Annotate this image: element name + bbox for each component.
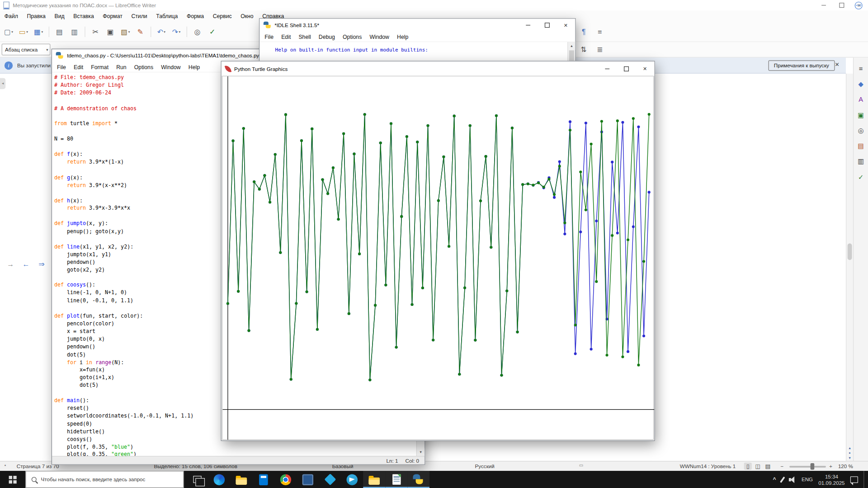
scroll-down-icon[interactable]: ▼ xyxy=(417,448,425,456)
language-indicator[interactable]: ENG xyxy=(802,476,813,482)
scrollbar-thumb[interactable] xyxy=(848,244,852,260)
taskbar-app-blue[interactable] xyxy=(297,471,319,488)
taskbar-python-idle[interactable] xyxy=(407,471,429,488)
minimize-button[interactable] xyxy=(815,0,832,10)
clone-formatting-icon[interactable]: ✎ xyxy=(133,25,147,39)
next-page-icon[interactable]: ▼ xyxy=(848,456,851,460)
help-globe-icon[interactable] xyxy=(855,2,863,9)
maximize-button[interactable] xyxy=(617,61,636,76)
menu-item-5[interactable]: Window xyxy=(366,33,393,39)
menu-item-1[interactable]: Edit xyxy=(278,33,295,39)
next-page-icon[interactable]: ⇒ xyxy=(36,259,47,269)
zoom-slider-thumb[interactable] xyxy=(811,463,815,470)
menu-item-2[interactable]: Вид xyxy=(50,13,69,19)
show-desktop-strip[interactable] xyxy=(863,471,866,488)
selection-mode-icon[interactable]: ▭ xyxy=(579,463,583,468)
menu-item-2[interactable]: Shell xyxy=(295,33,315,39)
outline-list-icon[interactable]: ≣ xyxy=(593,42,607,56)
writer-titlebar[interactable]: Методические указания по ПОАС.docx — Lib… xyxy=(0,0,868,10)
new-document-icon[interactable]: ▢▾ xyxy=(2,25,16,39)
menu-item-0[interactable]: File xyxy=(53,64,70,70)
navigation-dot-icon[interactable]: ● xyxy=(849,451,850,455)
taskbar-telegram[interactable] xyxy=(341,471,363,488)
paste-icon[interactable]: ▧▾ xyxy=(118,25,132,39)
release-notes-button[interactable]: Примечания к выпуску xyxy=(769,60,835,70)
maximize-button[interactable] xyxy=(833,0,850,10)
taskbar-file-explorer[interactable] xyxy=(230,471,252,488)
sidebar-menu-icon[interactable]: ≡ xyxy=(855,62,867,75)
taskbar-calculator[interactable] xyxy=(252,471,274,488)
volume-icon[interactable] xyxy=(789,476,796,483)
taskbar-file-explorer-open[interactable] xyxy=(363,471,385,488)
tray-expand-icon[interactable]: ^ xyxy=(773,476,776,482)
sort-ascending-icon[interactable]: ⇅ xyxy=(577,42,591,56)
formatting-marks-icon[interactable]: ¶ xyxy=(577,25,591,39)
open-file-icon[interactable]: ▭▾ xyxy=(17,25,31,39)
start-button[interactable] xyxy=(0,471,25,488)
menu-item-3[interactable]: Run xyxy=(113,64,131,70)
shell-titlebar[interactable]: *IDLE Shell 3.11.5* xyxy=(259,19,575,32)
menu-item-8[interactable]: Сервис xyxy=(208,13,236,19)
status-language[interactable]: Русский xyxy=(475,463,495,469)
menu-item-6[interactable]: Таблица xyxy=(151,13,182,19)
cut-icon[interactable]: ✂ xyxy=(89,25,103,39)
taskbar-libreoffice-writer[interactable] xyxy=(385,471,407,488)
redo-icon[interactable]: ↷▾ xyxy=(170,25,184,39)
save-icon[interactable]: ▦▾ xyxy=(32,25,46,39)
line-spacing-icon[interactable]: ≡ xyxy=(593,25,607,39)
menu-item-7[interactable]: Форма xyxy=(182,13,208,19)
close-button[interactable] xyxy=(636,61,655,76)
book-view-icon[interactable]: ▤ xyxy=(764,463,772,470)
zoom-slider[interactable] xyxy=(789,466,826,468)
taskbar-vscode[interactable] xyxy=(319,471,341,488)
menu-item-4[interactable]: Формат xyxy=(99,13,127,19)
navigate-by-icon[interactable]: → xyxy=(5,259,16,269)
menu-item-5[interactable]: Стили xyxy=(127,13,152,19)
zoom-in-button[interactable]: + xyxy=(829,463,832,469)
taskbar-chrome[interactable] xyxy=(274,471,297,488)
scroll-up-icon[interactable]: ▲ xyxy=(568,42,575,50)
menu-item-6[interactable]: Help xyxy=(393,33,412,39)
single-page-view-icon[interactable]: ▯ xyxy=(744,463,752,470)
search-input[interactable] xyxy=(41,476,179,482)
menu-item-0[interactable]: File xyxy=(261,33,278,39)
page-deck-icon[interactable]: ▤ xyxy=(855,140,867,152)
print-icon[interactable]: ▤ xyxy=(52,25,66,39)
menu-item-4[interactable]: Options xyxy=(339,33,365,39)
style-inspector-icon[interactable]: ▥ xyxy=(855,155,867,168)
minimize-button[interactable] xyxy=(519,19,538,32)
menu-item-1[interactable]: Правка xyxy=(23,13,50,19)
paragraph-style-combo[interactable]: Абзац списка ▾ xyxy=(2,44,51,56)
accessibility-check-icon[interactable]: ✓ xyxy=(855,171,867,183)
previous-page-icon[interactable]: ← xyxy=(20,259,31,269)
print-preview-icon[interactable]: ▥ xyxy=(67,25,81,39)
gallery-icon[interactable]: ▣ xyxy=(855,109,867,121)
menu-item-5[interactable]: Window xyxy=(157,64,185,70)
maximize-button[interactable] xyxy=(538,19,557,32)
minimize-button[interactable] xyxy=(598,61,617,76)
menu-item-3[interactable]: Debug xyxy=(315,33,339,39)
taskbar-search[interactable] xyxy=(25,471,184,488)
action-center-icon[interactable] xyxy=(850,476,858,483)
menu-item-9[interactable]: Окно xyxy=(236,13,258,19)
copy-icon[interactable]: ▣ xyxy=(104,25,118,39)
taskbar-clock[interactable]: 15:34 01.09.2025 xyxy=(818,474,844,486)
close-button[interactable] xyxy=(557,19,576,32)
spelling-icon[interactable]: ✓ xyxy=(205,25,219,39)
properties-icon[interactable]: ◆ xyxy=(855,78,867,90)
taskbar-edge[interactable] xyxy=(208,471,230,488)
multi-page-view-icon[interactable]: ◫ xyxy=(754,463,762,470)
infobar-close-icon[interactable]: ✕ xyxy=(835,61,840,67)
zoom-out-button[interactable]: − xyxy=(781,463,784,469)
previous-page-icon[interactable]: ▲ xyxy=(848,446,851,450)
turtle-titlebar[interactable]: Python Turtle Graphics xyxy=(222,61,655,76)
menu-item-2[interactable]: Format xyxy=(87,64,113,70)
styles-icon[interactable]: A xyxy=(855,94,867,106)
menu-item-1[interactable]: Edit xyxy=(70,64,87,70)
writer-vertical-scrollbar[interactable]: ▲ ● ▼ xyxy=(846,74,853,461)
menu-item-3[interactable]: Вставка xyxy=(69,13,98,19)
find-replace-icon[interactable]: ◎ xyxy=(190,25,204,39)
undo-icon[interactable]: ↶▾ xyxy=(155,25,169,39)
taskbar-task-view[interactable] xyxy=(186,471,208,488)
status-zoom-value[interactable]: 120 % xyxy=(838,463,853,469)
